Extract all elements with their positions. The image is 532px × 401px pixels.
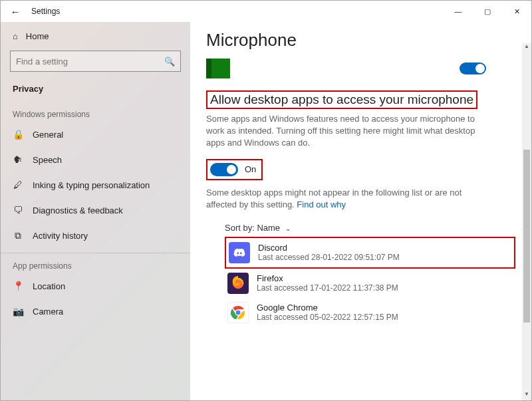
minimize-button[interactable]: — <box>444 1 473 22</box>
main-content: Microphone Allow desktop apps to access … <box>190 22 531 400</box>
sidebar-current: Privacy <box>1 78 190 106</box>
app-sub: Last accessed 17-01-2022 11:37:38 PM <box>257 283 398 293</box>
inking-icon: 🖊 <box>13 180 23 190</box>
prev-toggle[interactable] <box>460 63 486 74</box>
search-box[interactable]: 🔍 <box>10 51 181 72</box>
app-name: Google Chrome <box>257 303 398 313</box>
chevron-down-icon: ⌄ <box>285 225 291 232</box>
close-button[interactable]: ✕ <box>502 1 531 22</box>
sidebar-item-label: Activity history <box>33 231 88 241</box>
xbox-icon <box>206 59 230 78</box>
app-sub: Last accessed 28-01-2022 09:51:07 PM <box>258 253 400 262</box>
sidebar-item-location[interactable]: 📍 Location <box>1 273 190 299</box>
camera-icon: 📷 <box>13 306 23 317</box>
sidebar-item-label: Inking & typing personalization <box>33 180 150 190</box>
sidebar-item-diagnostics[interactable]: 🗨 Diagnostics & feedback <box>1 198 190 223</box>
sidebar-item-label: Location <box>33 281 65 291</box>
speech-icon: 🗣 <box>13 154 23 165</box>
page-title: Microphone <box>206 30 515 51</box>
app-item-firefox[interactable]: Firefox Last accessed 17-01-2022 11:37:3… <box>225 269 515 298</box>
firefox-icon <box>227 273 249 294</box>
sidebar-item-activity[interactable]: ⧉ Activity history <box>1 223 190 249</box>
note-text: Some desktop apps might not appear in th… <box>206 187 485 211</box>
toggle-label: On <box>245 164 256 174</box>
sidebar-item-camera[interactable]: 📷 Camera <box>1 299 190 324</box>
divider <box>1 253 190 253</box>
sidebar-item-inking[interactable]: 🖊 Inking & typing personalization <box>1 172 190 198</box>
sidebar-subhead-windows: Windows permissions <box>1 106 190 122</box>
prev-app-row <box>206 56 515 81</box>
section-description: Some apps and Windows features need to a… <box>206 113 485 150</box>
sidebar-item-label: General <box>33 130 63 140</box>
discord-icon <box>229 242 250 263</box>
scroll-up-icon[interactable]: ▲ <box>522 43 531 53</box>
activity-icon: ⧉ <box>13 230 23 241</box>
sidebar: ⌂ Home 🔍 Privacy Windows permissions 🔒 G… <box>1 22 190 400</box>
chrome-icon <box>227 302 249 323</box>
titlebar: ← Settings — ▢ ✕ <box>1 1 531 22</box>
search-icon: 🔍 <box>164 57 175 67</box>
sidebar-home[interactable]: ⌂ Home <box>1 26 190 47</box>
sidebar-item-label: Speech <box>33 155 62 165</box>
app-item-chrome[interactable]: Google Chrome Last accessed 05-02-2022 1… <box>225 298 515 327</box>
sidebar-item-label: Camera <box>33 307 63 317</box>
lock-icon: 🔒 <box>13 129 23 140</box>
sidebar-item-general[interactable]: 🔒 General <box>1 122 190 147</box>
window-title: Settings <box>31 7 60 16</box>
app-name: Discord <box>258 243 400 253</box>
app-name: Firefox <box>257 273 398 283</box>
feedback-icon: 🗨 <box>13 205 23 215</box>
sidebar-item-label: Diagnostics & feedback <box>33 205 123 215</box>
sort-by[interactable]: Sort by: Name ⌄ <box>225 223 515 233</box>
app-item-discord[interactable]: Discord Last accessed 28-01-2022 09:51:0… <box>225 237 515 269</box>
back-button[interactable]: ← <box>6 6 25 17</box>
section-title: Allow desktop apps to access your microp… <box>206 90 515 109</box>
sidebar-item-speech[interactable]: 🗣 Speech <box>1 147 190 172</box>
scroll-thumb[interactable] <box>523 150 530 323</box>
search-input[interactable] <box>16 57 164 67</box>
sidebar-home-label: Home <box>26 31 49 41</box>
scroll-down-icon[interactable]: ▼ <box>522 391 531 400</box>
app-sub: Last accessed 05-02-2022 12:57:15 PM <box>257 313 398 322</box>
find-out-why-link[interactable]: Find out why <box>297 200 346 209</box>
scrollbar[interactable]: ▲ ▼ <box>522 43 531 400</box>
location-icon: 📍 <box>13 281 23 291</box>
sidebar-subhead-app: App permissions <box>1 257 190 273</box>
desktop-apps-toggle[interactable] <box>210 163 238 176</box>
maximize-button[interactable]: ▢ <box>473 1 502 22</box>
home-icon: ⌂ <box>13 31 18 41</box>
